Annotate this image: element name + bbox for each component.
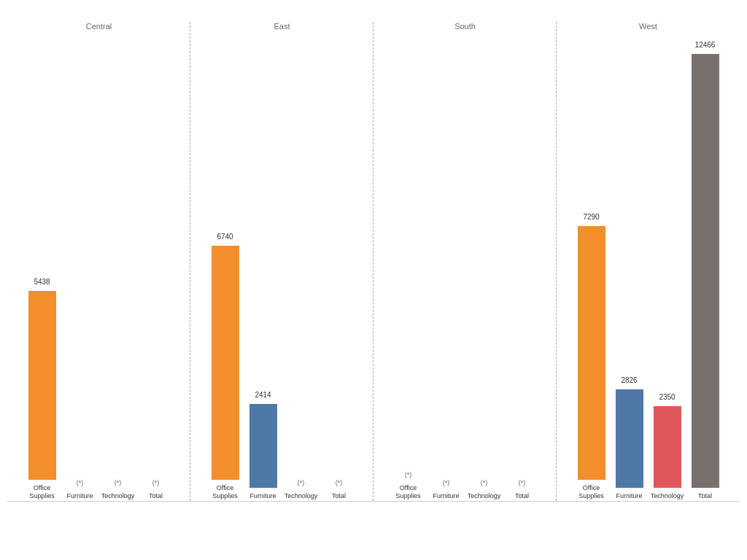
bar-asterisk: (*) [481,479,488,486]
bar-category-label: OfficeSupplies [390,484,427,501]
bar-col-east-furniture: 2414Furniture [245,22,282,501]
bar-col-west-office-supplies: 7290OfficeSupplies [573,22,610,501]
bar-col-east-total: (*)Total [321,22,357,501]
bar-category-label: OfficeSupplies [573,484,610,501]
bar-west-total: 12466 [692,54,719,488]
bar-col-west-technology: 2350Technology [649,22,686,501]
bar-col-south-furniture: (*)Furniture [428,22,465,501]
bar-value-label: 2826 [621,376,637,384]
bar-category-label: Total [504,492,541,501]
bar-category-label: Total [321,492,357,501]
bar-col-central-total: (*)Total [138,22,174,501]
region-east: East6740OfficeSupplies2414Furniture(*)Te… [190,22,374,501]
bar-col-east-technology: (*)Technology [283,22,320,501]
bar-category-label: Total [687,492,724,501]
bar-west-office-supplies: 7290 [578,226,605,480]
bar-west-technology: 2350 [654,406,681,488]
chart-area: Central5438OfficeSupplies(*)Furniture(*)… [7,22,740,502]
bar-category-label: OfficeSupplies [207,484,244,501]
bar-category-label: Furniture [428,492,465,501]
bar-west-furniture: 2826 [616,389,643,488]
bar-category-label: Technology [100,492,136,501]
bar-col-west-total: 12466Total [687,22,724,501]
bar-group-central: 5438OfficeSupplies(*)Furniture(*)Technol… [7,22,190,501]
bar-asterisk: (*) [336,479,343,486]
bar-value-label: 2350 [659,393,675,401]
bar-category-label: Technology [466,492,503,501]
bar-asterisk: (*) [519,479,526,486]
chart-container: Central5438OfficeSupplies(*)Furniture(*)… [0,0,747,560]
bar-category-label: Total [138,492,174,501]
bar-asterisk: (*) [443,479,450,486]
bar-asterisk: (*) [77,479,84,486]
bar-category-label: Technology [649,492,686,501]
bar-asterisk: (*) [405,471,412,478]
bar-group-west: 7290OfficeSupplies2826Furniture2350Techn… [557,22,740,501]
bar-col-central-technology: (*)Technology [100,22,136,501]
bar-category-label: Furniture [245,492,282,501]
bar-category-label: Furniture [62,492,98,501]
bar-east-office-supplies: 6740 [212,246,239,480]
bar-asterisk: (*) [152,479,160,486]
bar-col-central-furniture: (*)Furniture [62,22,98,501]
bar-category-label: Technology [283,492,320,501]
bar-col-south-technology: (*)Technology [466,22,503,501]
bar-value-label: 6740 [217,233,233,241]
bar-col-west-furniture: 2826Furniture [611,22,648,501]
bar-group-east: 6740OfficeSupplies2414Furniture(*)Techno… [190,22,374,501]
bar-value-label: 12466 [695,41,716,49]
bar-col-south-office-supplies: (*)OfficeSupplies [390,22,427,501]
bar-value-label: 2414 [255,391,271,399]
bar-category-label: Furniture [611,492,648,501]
bar-central-office-supplies: 5438 [28,291,56,480]
bar-asterisk: (*) [298,479,305,486]
bar-value-label: 5438 [34,278,50,286]
bar-category-label: OfficeSupplies [24,484,61,501]
bar-col-south-total: (*)Total [504,22,541,501]
bar-col-east-office-supplies: 6740OfficeSupplies [207,22,244,501]
bar-value-label: 7290 [583,213,599,221]
region-south: South(*)OfficeSupplies(*)Furniture(*)Tec… [374,22,557,501]
region-central: Central5438OfficeSupplies(*)Furniture(*)… [7,22,190,501]
bar-group-south: (*)OfficeSupplies(*)Furniture(*)Technolo… [374,22,557,501]
region-west: West7290OfficeSupplies2826Furniture2350T… [557,22,740,501]
bar-asterisk: (*) [115,479,122,486]
bar-col-central-office-supplies: 5438OfficeSupplies [24,22,61,501]
bar-east-furniture: 2414 [249,404,277,488]
